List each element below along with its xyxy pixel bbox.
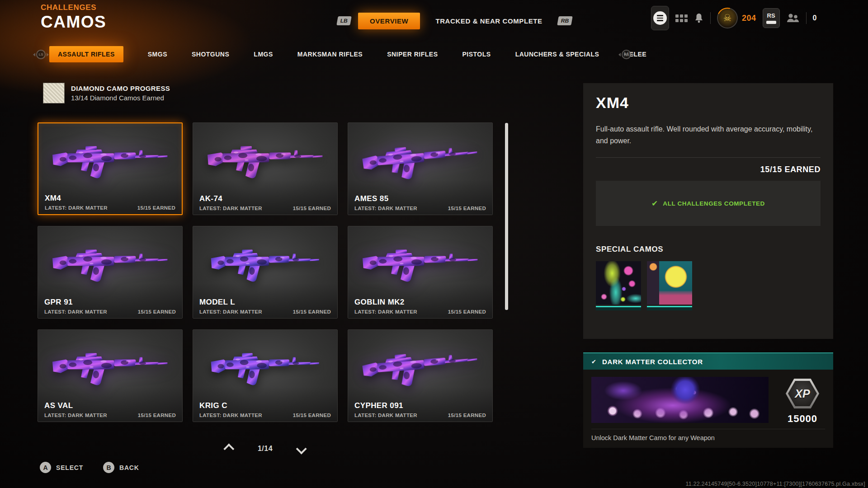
- special-camo-psychedelic[interactable]: [596, 261, 641, 310]
- weapon-card[interactable]: GPR 91 LATEST: DARK MATTER 15/15 EARNED: [38, 226, 183, 319]
- weapon-card[interactable]: MODEL L LATEST: DARK MATTER 15/15 EARNED: [193, 226, 338, 319]
- category-tab[interactable]: PISTOLS: [462, 51, 491, 58]
- weapon-image: [208, 242, 321, 287]
- header-tab-label: OVERVIEW: [370, 17, 408, 25]
- category-tab[interactable]: SHOTGUNS: [192, 51, 229, 58]
- panel-divider: [596, 157, 821, 158]
- special-camos-title: SPECIAL CAMOS: [596, 245, 821, 254]
- dark-matter-art: [591, 377, 769, 423]
- detail-earned-count: 15/15 EARNED: [596, 165, 821, 174]
- category-tab-label: ASSAULT RIFLES: [58, 51, 115, 58]
- xp-label: XP: [795, 387, 810, 400]
- category-tab-label: PISTOLS: [462, 51, 491, 58]
- weapon-image: [208, 345, 321, 390]
- footer-buttons: A SELECT B BACK: [40, 462, 139, 473]
- page-up-chevron-icon[interactable]: [223, 443, 234, 454]
- bell-icon[interactable]: [694, 13, 704, 23]
- category-tab[interactable]: ASSAULT RIFLES: [49, 46, 123, 62]
- category-tab[interactable]: LAUNCHERS & SPECIALS: [515, 51, 599, 58]
- xp-hexagon-icon: XP: [786, 379, 819, 408]
- weapon-name: AK-74: [199, 194, 331, 203]
- special-camos-row: [596, 261, 821, 310]
- footer-action[interactable]: B BACK: [103, 462, 139, 473]
- xp-value: 15000: [782, 413, 823, 425]
- page-down-chevron-icon[interactable]: [296, 443, 307, 454]
- right-stick-icon: RS: [618, 50, 634, 59]
- weapon-image: [50, 138, 170, 183]
- weapon-image: [50, 242, 170, 287]
- weapon-name: GOBLIN MK2: [354, 298, 486, 307]
- dark-matter-collector[interactable]: ✔ DARK MATTER COLLECTOR XP 15000 Unlock …: [583, 352, 833, 448]
- header-tabs: LB OVERVIEWTRACKED & NEAR COMPLETE RB: [337, 12, 572, 30]
- weapon-card[interactable]: GOBLIN MK2 LATEST: DARK MATTER 15/15 EAR…: [348, 226, 493, 319]
- weapon-earned-count: 15/15 EARNED: [138, 413, 176, 418]
- special-camo-retro-crt[interactable]: [647, 261, 692, 310]
- psychedelic-camo-thumb: [596, 261, 641, 305]
- weapon-latest-camo: LATEST: DARK MATTER: [354, 206, 417, 211]
- weapon-latest-camo: LATEST: DARK MATTER: [199, 206, 262, 211]
- page-title: CAMOS: [41, 13, 106, 32]
- weapon-latest-camo: LATEST: DARK MATTER: [45, 205, 108, 211]
- camo-equipped-bar: [596, 306, 641, 310]
- header-eyebrow: CHALLENGES: [41, 3, 106, 12]
- weapon-image: [359, 134, 481, 188]
- controller-button-icon: A: [40, 462, 51, 473]
- challenges-completed-banner: ✔ ALL CHALLENGES COMPLETED: [596, 181, 821, 226]
- xp-reward: XP 15000: [782, 379, 823, 425]
- diamond-progress: DIAMOND CAMO PROGRESS 13/14 Diamond Camo…: [43, 83, 170, 103]
- grid-scrollbar-thumb[interactable]: [505, 123, 508, 310]
- weapon-card[interactable]: AMES 85 LATEST: DARK MATTER 15/15 EARNED: [348, 122, 493, 215]
- hud-divider: [806, 12, 807, 24]
- collector-divider: [591, 429, 825, 429]
- weapon-earned-count: 15/15 EARNED: [293, 413, 331, 418]
- diamond-progress-subtitle: 13/14 Diamond Camos Earned: [71, 94, 170, 102]
- menu-button[interactable]: [651, 6, 669, 30]
- weapon-card[interactable]: KRIG C LATEST: DARK MATTER 15/15 EARNED: [193, 329, 338, 422]
- weapon-earned-count: 15/15 EARNED: [448, 309, 486, 314]
- header-tab[interactable]: OVERVIEW: [358, 13, 420, 29]
- challenges-completed-label: ALL CHALLENGES COMPLETED: [663, 200, 765, 207]
- weapon-name: CYPHER 091: [354, 401, 486, 410]
- page-indicator: 1/14: [258, 445, 273, 453]
- weapon-latest-camo: LATEST: DARK MATTER: [199, 309, 262, 314]
- category-tab-label: MARKSMAN RIFLES: [297, 51, 363, 58]
- weapon-earned-count: 15/15 EARNED: [448, 413, 486, 418]
- weapon-card[interactable]: AK-74 LATEST: DARK MATTER 15/15 EARNED: [193, 122, 338, 215]
- pagination: 1/14: [193, 445, 338, 453]
- weapon-latest-camo: LATEST: DARK MATTER: [44, 309, 107, 314]
- category-tab-label: LMGS: [254, 51, 273, 58]
- diamond-camo-thumbnail: [43, 83, 65, 103]
- category-tab[interactable]: SNIPER RIFLES: [387, 51, 438, 58]
- weapon-earned-count: 15/15 EARNED: [137, 205, 175, 211]
- skull-emblem-icon[interactable]: ☠: [717, 8, 738, 28]
- weapon-card[interactable]: XM4 LATEST: DARK MATTER 15/15 EARNED: [38, 122, 183, 215]
- weapon-name: AMES 85: [354, 194, 486, 203]
- category-tab[interactable]: MARKSMAN RIFLES: [297, 51, 363, 58]
- rs-stick-icon: RS: [763, 8, 780, 28]
- footer-action[interactable]: A SELECT: [40, 462, 83, 473]
- header-tab[interactable]: TRACKED & NEAR COMPLETE: [427, 13, 550, 29]
- weapon-grid: XM4 LATEST: DARK MATTER 15/15 EARNED AK-…: [38, 122, 493, 422]
- detail-weapon-description: Full-auto assault rifle. Well rounded wi…: [596, 123, 813, 146]
- weapon-earned-count: 15/15 EARNED: [293, 206, 331, 211]
- category-tab[interactable]: SMGS: [148, 51, 167, 58]
- category-tab[interactable]: LMGS: [254, 51, 273, 58]
- friends-icon[interactable]: [786, 12, 800, 24]
- category-tab-label: SNIPER RIFLES: [387, 51, 438, 58]
- weapon-name: KRIG C: [199, 401, 331, 410]
- weapon-image: [360, 242, 481, 287]
- weapon-name: XM4: [45, 194, 175, 203]
- apps-grid-icon[interactable]: [675, 14, 688, 22]
- menu-icon: [653, 11, 667, 25]
- camo-equipped-bar: [647, 306, 692, 310]
- left-stick-icon: LS: [33, 50, 49, 59]
- weapon-image: [359, 341, 481, 394]
- weapon-card[interactable]: CYPHER 091 LATEST: DARK MATTER 15/15 EAR…: [348, 329, 493, 422]
- weapon-card[interactable]: AS VAL LATEST: DARK MATTER 15/15 EARNED: [38, 329, 183, 422]
- collector-body: XP 15000 Unlock Dark Matter Camo for any…: [583, 370, 833, 448]
- weapon-latest-camo: LATEST: DARK MATTER: [199, 413, 262, 418]
- hud-divider: [710, 12, 711, 24]
- controller-button-icon: B: [103, 462, 114, 473]
- weapon-name: MODEL L: [199, 298, 331, 307]
- collector-title: DARK MATTER COLLECTOR: [602, 358, 703, 366]
